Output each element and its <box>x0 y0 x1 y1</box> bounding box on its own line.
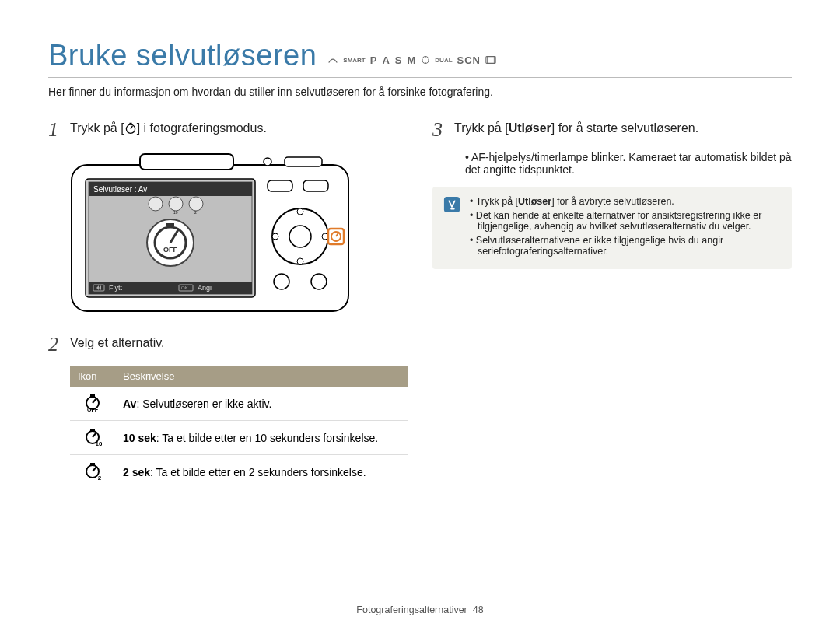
timer-icon <box>124 122 137 135</box>
step-3: 3 Trykk på [Utløser] for å starte selvut… <box>432 120 792 140</box>
svg-rect-18 <box>166 223 174 226</box>
svg-rect-48 <box>444 197 460 212</box>
info-box: Trykk på [Utløser] for å avbryte selvutl… <box>432 187 792 269</box>
mode-scn: SCN <box>457 54 481 66</box>
svg-rect-40 <box>90 394 95 397</box>
timer-off-icon: OFF <box>83 393 102 412</box>
svg-text:2: 2 <box>194 210 197 215</box>
left-column: 1 Trykk på [] i fotograferingsmodus. <box>48 120 408 489</box>
svg-text:10: 10 <box>173 210 178 215</box>
svg-rect-5 <box>140 154 233 170</box>
table-row: OFF Av: Selvutløseren er ikke aktiv. <box>70 387 408 421</box>
dual-mode-label: DUAL <box>435 57 452 64</box>
smart-mode-label: SMART <box>343 57 365 64</box>
right-column: 3 Trykk på [Utløser] for å starte selvut… <box>432 120 792 489</box>
step-2-text: Velg et alternativ. <box>70 335 165 352</box>
option-label: 10 sek <box>123 432 156 444</box>
table-header-desc: Beskrivelse <box>115 366 408 387</box>
mode-m: M <box>408 54 417 66</box>
shutter-label: Utløser <box>509 121 551 135</box>
step-3-detail: AF-hjelpelys/timerlampe blinker. Kamerae… <box>465 151 792 176</box>
svg-text:OFF: OFF <box>87 407 99 412</box>
page-header: Bruke selvutløseren SMART P A S M DUAL S… <box>48 39 792 78</box>
option-label: Av <box>123 398 136 410</box>
option-icon-10s: 10 <box>70 421 115 455</box>
svg-point-12 <box>169 197 183 211</box>
mode-indicators: SMART P A S M DUAL SCN <box>327 54 496 66</box>
info-item: Selvutløseralternativene er ikke tilgjen… <box>470 235 781 257</box>
svg-rect-28 <box>268 180 292 191</box>
svg-rect-43 <box>90 429 95 431</box>
page-footer: Fotograferingsalternativer 48 <box>0 604 840 615</box>
mode-a: A <box>382 54 390 66</box>
step-2: 2 Velg et alternativ. <box>48 335 408 355</box>
svg-point-31 <box>289 226 311 247</box>
movie-mode-icon <box>485 55 496 65</box>
option-label: 2 sek <box>123 466 150 478</box>
option-desc-2s: 2 sek: Ta et bilde etter en 2 sekunders … <box>115 455 408 489</box>
smart-mode-icon <box>327 54 338 65</box>
svg-text:OK: OK <box>181 285 188 290</box>
option-icon-2s: 2 <box>70 455 115 489</box>
table-row: 10 10 sek: Ta et bilde etter en 10 sekun… <box>70 421 408 455</box>
svg-rect-7 <box>285 157 322 166</box>
step-1-text: Trykk på [] i fotograferingsmodus. <box>70 120 267 137</box>
step-3-text: Trykk på [Utløser] for å starte selvutlø… <box>454 120 698 137</box>
option-desc-off: Av: Selvutløseren er ikke aktiv. <box>115 387 408 421</box>
option-desc-10s: 10 sek: Ta et bilde etter en 10 sekunder… <box>115 421 408 455</box>
svg-rect-46 <box>90 463 95 465</box>
mode-p: P <box>370 54 378 66</box>
info-icon <box>443 196 462 260</box>
footer-section: Fotograferingsalternativer <box>356 604 467 615</box>
camera-illustration: Selvutløser : Av 10 2 OFF <box>70 151 408 317</box>
timer-2s-icon: 2 <box>83 461 102 480</box>
option-text: : Ta et bilde etter en 10 sekunders fors… <box>156 432 378 444</box>
svg-text:Flytt: Flytt <box>109 284 122 292</box>
svg-text:10: 10 <box>96 440 102 446</box>
step-3-post: ] for å starte selvutløseren. <box>551 121 698 135</box>
dual-mode-icon <box>421 55 430 65</box>
option-icon-off: OFF <box>70 387 115 421</box>
svg-rect-3 <box>129 123 131 124</box>
page-title: Bruke selvutløseren <box>48 39 317 72</box>
svg-point-11 <box>149 197 163 211</box>
svg-text:Angi: Angi <box>198 284 212 292</box>
step-number: 1 <box>48 120 62 140</box>
table-row: 2 2 sek: Ta et bilde etter en 2 sekunder… <box>70 455 408 489</box>
step-1-post: ] i fotograferingsmodus. <box>137 121 267 135</box>
options-table: Ikon Beskrivelse OFF Av: Selvutløseren e… <box>70 366 408 489</box>
mode-s: S <box>395 54 403 66</box>
info-item: Det kan hende at enkelte alternativer fo… <box>470 210 781 232</box>
svg-point-33 <box>297 258 303 264</box>
svg-point-6 <box>264 158 271 166</box>
svg-point-38 <box>311 274 327 289</box>
option-text: : Ta et bilde etter en 2 sekunders forsi… <box>150 466 366 478</box>
svg-point-13 <box>189 197 203 211</box>
screen-header-label: Selvutløser : Av <box>93 185 147 194</box>
info-item: Trykk på [Utløser] for å avbryte selvutl… <box>470 196 781 207</box>
step-1-pre: Trykk på [ <box>70 121 124 135</box>
svg-text:OFF: OFF <box>163 246 177 254</box>
step-3-pre: Trykk på [ <box>454 121 509 135</box>
svg-point-37 <box>274 274 289 289</box>
table-header-icon: Ikon <box>70 366 115 387</box>
info-list: Trykk på [Utløser] for å avbryte selvutl… <box>470 196 781 260</box>
step-1: 1 Trykk på [] i fotograferingsmodus. <box>48 120 408 140</box>
option-text: : Selvutløseren er ikke aktiv. <box>136 398 271 410</box>
svg-text:2: 2 <box>98 475 102 480</box>
step-number: 2 <box>48 335 62 355</box>
svg-point-32 <box>297 208 303 215</box>
svg-point-34 <box>272 233 278 240</box>
svg-rect-29 <box>303 180 328 191</box>
timer-10s-icon: 10 <box>83 427 102 446</box>
intro-text: Her finner du informasjon om hvordan du … <box>48 86 792 98</box>
step-number: 3 <box>432 120 446 140</box>
footer-page-number: 48 <box>473 604 484 615</box>
